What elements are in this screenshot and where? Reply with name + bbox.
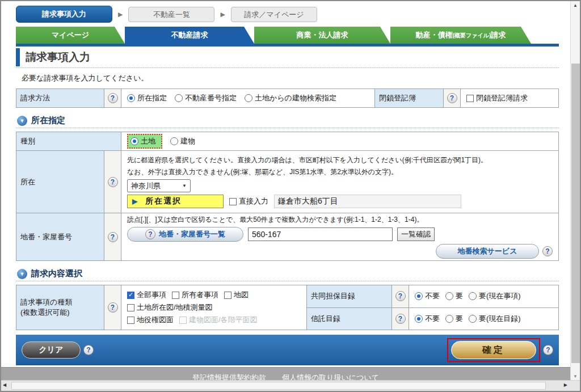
window-frame: 請求事項入力 ▶ 不動産一覧 ▶ 請求／マイページ マイページ 不動産請求 商業… (0, 0, 581, 392)
option-label: 要 (456, 291, 463, 301)
scroll-up-icon[interactable]: ▲ (571, 3, 580, 8)
radio-joint-collateral-required-current[interactable]: 要(現在事項) (469, 291, 521, 301)
tab-label-small: (概要ファイル) (453, 32, 491, 39)
radio-icon (127, 94, 135, 102)
radio-trust-not-required[interactable]: 不要 (415, 314, 440, 324)
checkbox-all-items[interactable]: 全部事項 (127, 290, 166, 300)
checkbox-direct-input[interactable]: 直接入力 (229, 196, 268, 206)
closed-register-options: 閉鎖登記簿請求 (461, 89, 558, 107)
label-text: 種別 (20, 136, 35, 146)
option-label: 地役権図面 (137, 315, 174, 325)
radio-joint-collateral-required[interactable]: 要 (445, 291, 463, 301)
radio-icon (175, 94, 183, 102)
checkbox-easement-drawing[interactable]: 地役権図面 (127, 315, 174, 325)
location-help-cell: ? (104, 151, 121, 213)
help-icon[interactable]: ? (542, 246, 553, 256)
section-divider (16, 281, 559, 281)
location-select-button[interactable]: ▶ 所在選択 (127, 195, 224, 208)
option-label: 不要 (425, 291, 440, 301)
confirm-button[interactable]: 確定 (451, 341, 536, 359)
help-icon[interactable]: ? (83, 345, 94, 355)
section-title: 所在指定 (31, 115, 65, 126)
checkbox-map[interactable]: 地図 (224, 290, 249, 300)
radio-location-designation[interactable]: 所在指定 (127, 93, 167, 103)
horizontal-scrollbar[interactable]: ◀ ▶ (1, 380, 580, 391)
checkbox-owner-items[interactable]: 所有者事項 (172, 290, 218, 300)
checkbox-icon (179, 317, 187, 324)
checkbox-building-drawing-disabled: 建物図面/各階平面図 (179, 315, 258, 325)
confirm-highlight-box: 確定 (447, 338, 540, 362)
button-label: 確定 (482, 344, 505, 356)
closed-register-label: 閉鎖登記簿 (374, 89, 444, 107)
help-icon[interactable]: ? (108, 232, 118, 242)
help-icon[interactable]: ? (108, 93, 118, 103)
breadcrumb-step-current: 請求事項入力 (16, 6, 112, 23)
radio-icon (445, 315, 453, 323)
clear-button[interactable]: クリア (22, 342, 81, 359)
breadcrumb-step-request-mypage: 請求／マイページ (231, 7, 317, 22)
tab-corporate-request[interactable]: 商業・法人請求 (254, 27, 390, 44)
checkbox-icon (172, 292, 179, 299)
location-content: 先に都道府県を選択してください。直接入力の場合は、市区町村以下を入力してください… (121, 151, 558, 213)
joint-collateral-help-cell: ? (392, 285, 409, 307)
radio-trust-required-current[interactable]: 要(現在目録) (469, 314, 521, 324)
lot-number-search-service-button[interactable]: 地番検索サービス (436, 244, 539, 259)
direct-input-field[interactable] (274, 195, 461, 208)
prefecture-select[interactable]: 神奈川県 ▼ (127, 179, 191, 192)
closed-register-help-cell: ? (444, 89, 461, 107)
tab-label: 商業・法人請求 (297, 31, 348, 39)
radio-joint-collateral-not-required[interactable]: 不要 (415, 291, 440, 301)
radio-land[interactable]: 土地 (130, 136, 155, 146)
tab-underline-bar (16, 44, 559, 47)
tab-real-estate-request[interactable]: 不動産請求 (125, 27, 254, 44)
scroll-left-icon[interactable]: ◀ (3, 382, 6, 387)
catalog-options-column: 共同担保目録 ? 不要 要 (307, 285, 558, 330)
option-label: 閉鎖登記簿請求 (476, 93, 528, 103)
checkbox-icon (224, 292, 231, 299)
radio-building-search-from-land[interactable]: 土地からの建物検索指定 (245, 93, 336, 103)
lot-number-note: 読点[,][、]又は空白で区切ることで、最大50件まで複数入力ができます(例:1… (127, 215, 423, 225)
location-table: 種別 土地 建物 (16, 132, 559, 261)
option-label: 要(現在目録) (479, 314, 521, 324)
button-label: 一覧確認 (401, 229, 431, 239)
checkbox-land-location-map[interactable]: 土地所在図/地積測量図 (127, 302, 213, 313)
tab-movables-claims-request[interactable]: 動産・債権(概要ファイル)請求 (390, 27, 531, 44)
radio-trust-required[interactable]: 要 (445, 314, 463, 324)
help-icon[interactable]: ? (395, 291, 406, 301)
scroll-right-icon[interactable]: ▶ (564, 382, 567, 387)
help-icon[interactable]: ? (108, 302, 118, 313)
checkbox-icon (127, 304, 134, 311)
scroll-down-icon[interactable]: ▼ (571, 374, 580, 379)
button-label: クリア (39, 345, 64, 355)
radio-building[interactable]: 建物 (170, 136, 195, 146)
lot-number-input[interactable] (248, 227, 393, 241)
request-item-type-label: 請求事項の種類 (複数選択可能) (16, 285, 104, 330)
radio-icon (469, 292, 477, 300)
tab-label: 動産・債権 (416, 31, 453, 39)
list-confirm-button[interactable]: 一覧確認 (397, 227, 435, 241)
help-icon[interactable]: ? (447, 93, 457, 103)
lot-number-list-button[interactable]: ? 地番・家屋番号一覧 (127, 227, 243, 242)
radio-property-number[interactable]: 不動産番号指定 (175, 93, 237, 103)
footer: 登記情報提供契約約款 個人情報の取り扱いについて (1, 367, 570, 381)
help-icon[interactable]: ? (395, 314, 406, 324)
breadcrumb-step-label: 請求事項入力 (42, 10, 86, 18)
label-text: 信託目録 (311, 314, 340, 324)
radio-icon (445, 292, 453, 300)
vertical-scrollbar[interactable]: ▲ ▼ (570, 1, 580, 381)
option-label: 建物図面/各階平面図 (189, 315, 258, 325)
label-text: 共同担保目録 (311, 291, 355, 301)
location-note-1: 先に都道府県を選択してください。直接入力の場合は、市区町村以下を入力してください… (127, 155, 487, 165)
location-label: 所在 (16, 151, 104, 213)
help-icon[interactable]: ? (108, 177, 118, 187)
trust-catalog-label: 信託目録 (307, 308, 392, 330)
breadcrumb-arrow-icon: ▶ (118, 11, 123, 18)
label-text-sub: (複数選択可能) (20, 307, 70, 318)
section-arrow-icon: ▼ (17, 269, 27, 279)
checkbox-icon (466, 95, 474, 102)
tab-mypage[interactable]: マイページ (16, 27, 125, 44)
vertical-scrollbar-thumb[interactable] (571, 64, 580, 363)
help-icon[interactable]: ? (543, 345, 553, 355)
checkbox-closed-register-request[interactable]: 閉鎖登記簿請求 (466, 93, 528, 103)
horizontal-scrollbar-thumb[interactable] (11, 382, 546, 390)
